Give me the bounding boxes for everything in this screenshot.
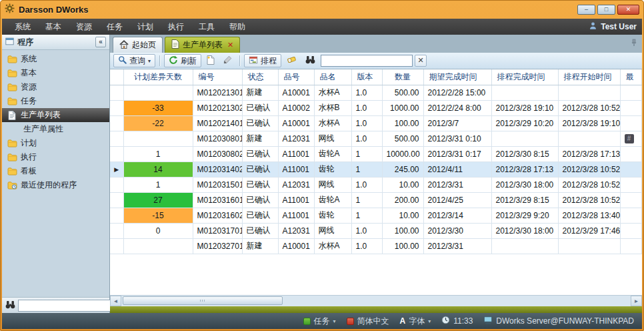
cell-status[interactable]: 已确认 [242,115,278,131]
cell-qty[interactable]: 10.00 [382,177,423,192]
cell-part_no[interactable]: A11001 [278,146,314,161]
minimize-button[interactable]: – [577,5,595,15]
cell-part_name[interactable]: 齿轮 [314,208,351,223]
column-header[interactable]: 状态 [242,69,278,85]
binoculars-icon[interactable] [5,300,15,311]
column-header[interactable]: 数量 [382,69,423,85]
column-header[interactable]: 计划差异天数 [123,69,193,85]
cell-expect[interactable]: 2012/3/31 [423,177,491,192]
sidebar-item-execute[interactable]: 执行 [2,150,109,164]
grid-row[interactable]: 1M012030802已确认A11001齿轮A110000.002012/3/3… [110,146,641,161]
scroll-right-button[interactable]: ► [631,296,642,306]
cell-ver[interactable]: 1 [351,161,382,177]
cell-status[interactable]: 新建 [242,238,278,254]
grid-row[interactable]: 27M012031601已确认A11001齿轮A1200.002012/4/25… [110,192,641,208]
column-header[interactable]: 品号 [278,69,314,85]
menu-item[interactable]: 执行 [161,19,191,35]
menu-item[interactable]: 任务 [99,19,130,35]
cell-ver[interactable]: 1.0 [351,223,382,238]
cell-ver[interactable]: 1.0 [351,85,382,100]
user-badge[interactable]: Test User [589,21,637,32]
cell-sched_end[interactable]: 2012/3/29 9:20 [491,208,558,223]
query-button[interactable]: 查询 ▾ [113,54,155,67]
cell-no[interactable]: M012032701 [193,238,242,254]
cell-part_name[interactable]: 网线 [314,177,351,192]
cell-sched_end[interactable]: 2012/3/30 8:15 [491,146,558,161]
cell-sched_end[interactable] [491,238,558,254]
cell-qty[interactable]: 200.00 [382,192,423,208]
cell-sched_start[interactable] [558,85,620,100]
cell-ver[interactable]: 1.0 [351,238,382,254]
erase-button[interactable] [283,54,300,67]
cell-diff[interactable] [123,131,193,146]
cell-part_name[interactable]: 水杯B [314,100,351,115]
cell-extra[interactable] [620,100,641,115]
sidebar-item-basic[interactable]: 基本 [2,66,109,80]
cell-expect[interactable]: 2012/2/24 8:00 [423,100,491,115]
cell-status[interactable]: 已确认 [242,100,278,115]
cell-status[interactable]: 已确认 [242,223,278,238]
grid-row[interactable]: -22M012021401已确认A10001水杯A1.0100.002012/3… [110,115,641,131]
cell-extra[interactable] [620,238,641,254]
edit-button[interactable] [220,54,235,67]
sidebar-collapse-button[interactable]: « [95,37,106,47]
pin-icon[interactable] [630,39,638,51]
menu-item[interactable]: 工具 [191,19,222,35]
tab-production-order-list[interactable]: 生产单列表 ✕ [165,37,240,53]
cell-sched_end[interactable]: 2012/3/29 10:20 [491,115,558,131]
cell-part_name[interactable]: 齿轮A [314,146,351,161]
cell-qty[interactable]: 1000.00 [382,100,423,115]
cell-diff[interactable]: -15 [123,208,193,223]
cell-expect[interactable]: 2012/3/14 [423,208,491,223]
cell-diff[interactable]: 1 [123,177,193,192]
toolbar-clear-button[interactable]: ✕ [415,55,427,67]
cell-sched_start[interactable] [558,131,620,146]
cell-part_no[interactable]: A12031 [278,223,314,238]
cell-status[interactable]: 已确认 [242,161,278,177]
cell-diff[interactable]: -33 [123,100,193,115]
cell-qty[interactable]: 245.00 [382,161,423,177]
grid-row[interactable]: -15M012031602已确认A11001齿轮110.002012/3/142… [110,208,641,223]
column-header[interactable]: 编号 [193,69,242,85]
grid-row[interactable]: 1M012031501已确认A12031网线1.010.002012/3/312… [110,177,641,192]
cell-part_no[interactable]: A10001 [278,238,314,254]
cell-status[interactable]: 新建 [242,131,278,146]
grid-row[interactable]: M012030801新建A12031网线1.0500.002012/3/31 0… [110,131,641,146]
column-header[interactable]: 最 [620,69,641,85]
cell-sched_end[interactable]: 2012/3/28 17:13 [491,161,558,177]
cell-part_name[interactable]: 水杯A [314,115,351,131]
cell-part_name[interactable]: 齿轮A [314,192,351,208]
cell-qty[interactable]: 10000.00 [382,146,423,161]
cell-diff[interactable] [123,85,193,100]
cell-part_no[interactable]: A12031 [278,131,314,146]
menu-item[interactable]: 系统 [7,19,38,35]
cell-no[interactable]: M012031701 [193,223,242,238]
cell-expect[interactable]: 2012/2/28 15:00 [423,85,491,100]
tab-start-page[interactable]: 起始页 [113,37,163,53]
grid-row[interactable]: M012032701新建A10001水杯A1.0100.002012/3/31 [110,238,641,254]
cell-status[interactable]: 新建 [242,85,278,100]
sidebar-item-production-order-list[interactable]: 生产单列表 [2,108,109,122]
cell-sched_start[interactable]: 2012/3/28 10:52 [558,192,620,208]
cell-part_no[interactable]: A11001 [278,192,314,208]
cell-sched_end[interactable]: 2012/3/28 19:10 [491,100,558,115]
cell-part_no[interactable]: A10001 [278,85,314,100]
cell-sched_end[interactable]: 2012/3/30 18:00 [491,223,558,238]
cell-sched_start[interactable]: 2012/3/28 13:40 [558,208,620,223]
new-button[interactable] [203,54,218,67]
cell-diff[interactable]: -22 [123,115,193,131]
cell-ver[interactable]: 1 [351,192,382,208]
column-header[interactable]: 排程完成时间 [491,69,558,85]
scroll-left-button[interactable]: ◄ [110,296,121,306]
cell-status[interactable]: 已确认 [242,208,278,223]
cell-diff[interactable]: 0 [123,223,193,238]
cell-status[interactable]: 已确认 [242,192,278,208]
cell-expect[interactable]: 2012/3/31 0:17 [423,146,491,161]
cell-expect[interactable]: 2012/3/7 [423,115,491,131]
find-button[interactable] [302,54,319,67]
cell-no[interactable]: M012030802 [193,146,242,161]
cell-ver[interactable]: 1 [351,146,382,161]
cell-part_name[interactable]: 水杯A [314,238,351,254]
cell-ver[interactable]: 1.0 [351,177,382,192]
cell-extra[interactable]: # [620,131,641,146]
